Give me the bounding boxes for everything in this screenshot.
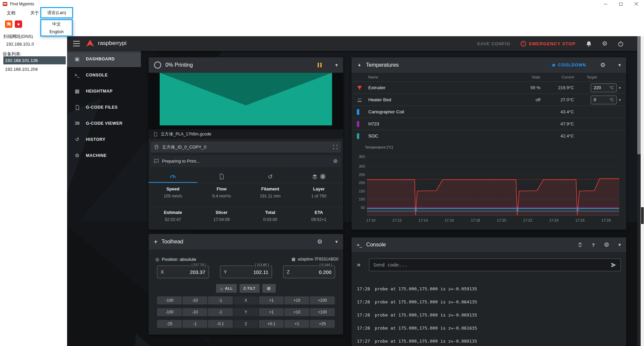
menu-item-language[interactable]: 语言(Lan): [40, 7, 73, 18]
app-scrollbar-thumb[interactable]: [641, 207, 644, 224]
language-option-english[interactable]: English: [41, 28, 72, 36]
sidebar-item-history[interactable]: ↺ HISTORY: [67, 131, 141, 148]
y-position-field[interactable]: [ 113.85 ] Y 102.11: [220, 266, 272, 278]
jog-y-plus-100[interactable]: +100: [310, 308, 335, 316]
language-option-chinese[interactable]: 中文: [41, 20, 72, 28]
sidebar-item-machine[interactable]: ⚙ MACHINE: [67, 148, 141, 164]
tab-file-stats[interactable]: [197, 170, 246, 183]
jog-x-minus-1[interactable]: -1: [208, 296, 233, 304]
jog-row-y: -100 -10 -1 Y +1 +10 +100: [157, 308, 335, 316]
jog-y-minus-10[interactable]: -10: [182, 308, 207, 316]
heart-icon[interactable]: ♥: [15, 20, 22, 28]
device-item[interactable]: 192.168.101.204: [3, 65, 66, 73]
tab-history[interactable]: ↺: [246, 170, 294, 183]
stat-filament: Filament191.11 mm: [246, 186, 294, 198]
jog-y-minus-100[interactable]: -100: [157, 308, 182, 316]
message-icon: [154, 159, 159, 164]
menu-item-docs[interactable]: 文档: [3, 9, 19, 17]
toolhead-collapse-chevron-icon[interactable]: ▾: [335, 239, 338, 245]
extruder-target-input[interactable]: 220 °C: [591, 83, 617, 92]
jog-z-minus-01[interactable]: -0.1: [208, 320, 233, 328]
heater-bed-target-dropdown-icon[interactable]: ▾: [619, 98, 621, 102]
x-position-field[interactable]: [ 217.70 ] X 203.37: [157, 266, 209, 278]
taobao-icon[interactable]: 淘: [5, 20, 12, 28]
jog-x-plus-10[interactable]: +10: [284, 296, 309, 304]
send-code-input[interactable]: [373, 262, 611, 268]
z-position-field[interactable]: [ 0.144 ] Z 0.200: [283, 266, 335, 278]
print-preview: [149, 73, 343, 129]
close-button[interactable]: [629, 0, 644, 8]
tab-layers[interactable]: 0: [294, 170, 343, 183]
minimize-button[interactable]: [598, 0, 613, 8]
jog-z-minus-25[interactable]: -25: [157, 320, 182, 328]
jog-z-plus-1[interactable]: +1: [284, 320, 309, 328]
z-tilt-button[interactable]: Z-TILT: [239, 284, 260, 293]
save-config-button[interactable]: SAVE CONFIG: [477, 41, 511, 46]
maximize-icon: [619, 3, 623, 6]
temp-row-cartographer-coil: Cartographer Coil 43.4°C: [352, 106, 626, 118]
emergency-stop-button[interactable]: ! EMERGENCY STOP: [521, 41, 576, 47]
jog-y-plus-10[interactable]: +10: [284, 308, 309, 316]
pause-button[interactable]: [318, 63, 322, 67]
y-limit: [ 113.85 ]: [254, 263, 270, 267]
heater-bed-target-input[interactable]: 0 °C: [591, 96, 617, 104]
clear-console-trash-icon[interactable]: [578, 242, 583, 247]
print-collapse-chevron-icon[interactable]: ▾: [335, 62, 338, 68]
send-code-field[interactable]: [369, 258, 621, 271]
sidebar-item-gcode-files[interactable]: G-CODE FILES: [67, 99, 141, 115]
app-icon: [3, 2, 7, 6]
jog-z-plus-01[interactable]: +0.1: [259, 320, 284, 328]
console-help-icon[interactable]: ?: [592, 242, 595, 248]
svg-text:17:14: 17:14: [419, 218, 428, 222]
power-icon[interactable]: [618, 41, 624, 47]
services-gear-icon[interactable]: ⚙: [602, 40, 607, 47]
sidebar-item-dashboard[interactable]: ▣ DASHBOARD: [67, 51, 141, 67]
thermometer-icon-purple: [357, 121, 359, 127]
jog-z-plus-25[interactable]: +25: [310, 320, 335, 328]
jog-z-minus-1[interactable]: -1: [182, 320, 207, 328]
toolhead-settings-gear-icon[interactable]: ⚙: [317, 238, 322, 245]
cooldown-button[interactable]: ❄ COOLDOWN: [552, 63, 586, 68]
console-expand-icon[interactable]: »: [357, 261, 361, 268]
temperatures-settings-gear-icon[interactable]: ⚙: [600, 61, 605, 69]
layers-icon: [312, 174, 318, 179]
svg-text:17:18: 17:18: [471, 218, 480, 222]
app-scrollbar[interactable]: [641, 36, 644, 346]
print-stat-tabs: ↺ 0: [149, 170, 343, 183]
sidebar-item-gcode-viewer[interactable]: 3D G-CODE VIEWER: [67, 115, 141, 131]
console-collapse-chevron-icon[interactable]: ▾: [618, 242, 621, 248]
svg-text:17:12: 17:12: [392, 218, 402, 222]
z-limit: [ 0.144 ]: [319, 263, 333, 267]
jog-y-plus-1[interactable]: +1: [259, 308, 284, 316]
web-scrollbar[interactable]: [637, 36, 641, 346]
expand-fullscreen-icon[interactable]: [333, 145, 338, 150]
sidebar-item-heightmap[interactable]: ▦ HEIGHTMAP: [67, 83, 141, 99]
send-icon[interactable]: [611, 262, 616, 268]
home-all-button[interactable]: ⌂ ALL: [216, 284, 236, 293]
jog-x-minus-100[interactable]: -100: [157, 296, 182, 304]
temperatures-collapse-chevron-icon[interactable]: ▾: [618, 62, 621, 68]
temperatures-panel: Temperatures ❄ COOLDOWN ⚙ ▾ Name State C…: [352, 57, 626, 230]
job-row[interactable]: 立方体_ID_0_COPY_0: [151, 141, 341, 153]
svg-text:200: 200: [359, 181, 365, 185]
x-limit: [ 217.70 ]: [191, 263, 207, 267]
extruder-target-dropdown-icon[interactable]: ▾: [619, 85, 621, 90]
jog-x-minus-10[interactable]: -10: [182, 296, 207, 304]
jog-y-minus-1[interactable]: -1: [208, 308, 233, 316]
tab-speed[interactable]: [149, 170, 197, 183]
temperature-chart[interactable]: 17:1017:1217:1417:1617:1817:2017:2217:24…: [354, 150, 623, 228]
dismiss-message-icon[interactable]: ⊗: [333, 158, 338, 165]
sidebar-item-console[interactable]: >_ CONSOLE: [67, 67, 141, 83]
motors-off-button[interactable]: ⊘: [262, 284, 276, 293]
jog-x-plus-100[interactable]: +100: [310, 296, 335, 304]
maximize-button[interactable]: [613, 0, 629, 8]
active-mesh-name[interactable]: adaptive-7F8331ABD0: [298, 257, 338, 262]
console-settings-gear-icon[interactable]: ⚙: [604, 241, 609, 248]
device-item-selected[interactable]: 192.168.101.126: [3, 56, 66, 64]
notifications-bell-icon[interactable]: [586, 41, 592, 47]
jog-x-plus-1[interactable]: +1: [259, 296, 284, 304]
motor-off-icon: ⊘: [267, 286, 271, 291]
web-scrollbar-thumb[interactable]: [637, 36, 641, 154]
svg-text:300: 300: [359, 164, 365, 168]
hamburger-menu-icon[interactable]: [73, 41, 80, 46]
